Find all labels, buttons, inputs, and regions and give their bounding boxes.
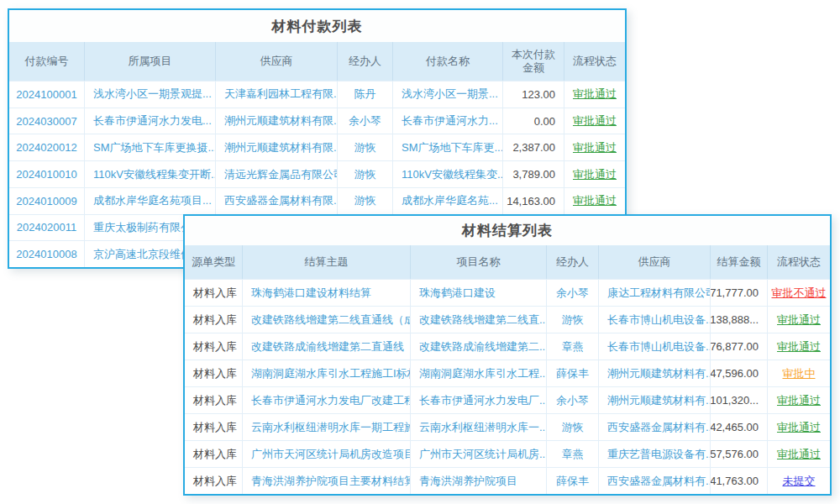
source-type: 材料入库: [185, 387, 243, 413]
handler-link[interactable]: 章燕: [547, 333, 599, 360]
settlement-subject-link[interactable]: 长春市伊通河水力发电厂改建工程...: [243, 387, 411, 413]
settlement-subject-link[interactable]: 云南水利枢纽潜明水库一期工程施...: [243, 414, 411, 440]
handler-link[interactable]: 薛保丰: [547, 360, 599, 386]
amount-value: 71,777.00: [711, 280, 768, 306]
supplier-link[interactable]: 重庆艺普电源设备有...: [599, 441, 711, 467]
settlement-subject-link[interactable]: 湖南洞庭湖水库引水工程施工I标材...: [243, 360, 411, 386]
project-name-link[interactable]: 改建铁路线增建第二线直...: [411, 307, 547, 333]
handler-link[interactable]: 薛保丰: [547, 468, 599, 494]
column-header-project: 所属项目: [85, 42, 216, 81]
project-link[interactable]: 成都水岸华庭名苑项目...: [85, 188, 216, 214]
table-row: 材料入库 湖南洞庭湖水库引水工程施工I标材... 湖南洞庭湖水库引水工程... …: [185, 360, 830, 386]
supplier-link[interactable]: 天津嘉利园林工程有限...: [216, 81, 338, 108]
supplier-link[interactable]: 西安盛器金属材料有限...: [216, 188, 338, 214]
payment-name-link[interactable]: 浅水湾小区一期景...: [393, 81, 503, 108]
column-header-handler: 经办人: [338, 42, 393, 81]
handler-link[interactable]: 游恢: [547, 307, 599, 333]
supplier-link[interactable]: 潮州元顺建筑材料有...: [599, 387, 711, 413]
settlement-subject-link[interactable]: 广州市天河区统计局机房改造项目...: [243, 441, 411, 467]
payment-id-link[interactable]: 2024020011: [9, 215, 85, 241]
project-name-link[interactable]: 广州市天河区统计局机房...: [411, 441, 547, 467]
status-link[interactable]: 审批通过: [573, 167, 617, 182]
amount-value: 41,763.00: [711, 468, 768, 494]
supplier-link[interactable]: 潮州元顺建筑材料有...: [599, 360, 711, 386]
handler-link[interactable]: 游恢: [338, 161, 393, 187]
status-link[interactable]: 审批通过: [777, 393, 821, 408]
payment-list-header-row: 付款编号 所属项目 供应商 经办人 付款名称 本次付款金额 流程状态: [9, 42, 625, 81]
settlement-subject-link[interactable]: 珠海鹤港口建设材料结算: [243, 280, 411, 306]
source-type: 材料入库: [185, 360, 243, 386]
payment-id-link[interactable]: 2024100001: [9, 81, 85, 108]
status-link[interactable]: 审批通过: [777, 339, 821, 354]
settlement-subject-link[interactable]: 青海洪湖养护院项目主要材料结算: [243, 468, 411, 494]
project-link[interactable]: 浅水湾小区一期景观提...: [85, 81, 216, 108]
project-link[interactable]: SM广场地下车库更换摄...: [85, 134, 216, 160]
handler-link[interactable]: 章燕: [547, 441, 599, 467]
project-name-link[interactable]: 珠海鹤港口建设: [411, 280, 547, 306]
table-row: 2024030007 长春市伊通河水力发电... 潮州元顺建筑材料有限... 余…: [9, 108, 625, 134]
project-name-link[interactable]: 云南水利枢纽潜明水库一...: [411, 414, 547, 440]
project-name-link[interactable]: 湖南洞庭湖水库引水工程...: [411, 360, 547, 386]
supplier-link[interactable]: 长春市博山机电设备...: [599, 333, 711, 360]
status-link[interactable]: 未提交: [783, 474, 816, 489]
table-row: 材料入库 长春市伊通河水力发电厂改建工程... 长春市伊通河水力发电厂... 余…: [185, 386, 830, 413]
payment-name-link[interactable]: 成都水岸华庭名苑...: [393, 188, 503, 214]
settlement-list-body: 材料入库 珠海鹤港口建设材料结算 珠海鹤港口建设 余小琴 康达工程材料有限公司 …: [185, 279, 830, 494]
status-link[interactable]: 审批通过: [777, 420, 821, 435]
handler-link[interactable]: 游恢: [338, 188, 393, 214]
project-name-link[interactable]: 改建铁路成渝线增建第二...: [411, 333, 547, 360]
payment-id-link[interactable]: 2024010008: [9, 241, 85, 267]
handler-link[interactable]: 余小琴: [547, 387, 599, 413]
status-link[interactable]: 审批通过: [573, 87, 617, 102]
status-cell: 审批通过: [564, 81, 625, 108]
handler-link[interactable]: 游恢: [547, 414, 599, 440]
project-name-link[interactable]: 长春市伊通河水力发电厂...: [411, 387, 547, 413]
supplier-link[interactable]: 康达工程材料有限公司: [599, 280, 711, 306]
amount-value: 76,877.00: [711, 333, 768, 360]
payment-name-link[interactable]: 长春市伊通河水力...: [393, 108, 503, 134]
supplier-link[interactable]: 潮州元顺建筑材料有限...: [216, 134, 338, 160]
handler-link[interactable]: 余小琴: [338, 108, 393, 134]
amount-value: 138,888...: [711, 307, 768, 333]
project-name-link[interactable]: 青海洪湖养护院项目: [411, 468, 547, 494]
project-link[interactable]: 110kV安徽线程集变开断...: [85, 161, 216, 187]
supplier-link[interactable]: 西安盛器金属材料有...: [599, 468, 711, 494]
supplier-link[interactable]: 长春市博山机电设备...: [599, 307, 711, 333]
column-header-payment-id: 付款编号: [9, 42, 85, 81]
status-link[interactable]: 审批通过: [777, 312, 821, 328]
supplier-link[interactable]: 潮州元顺建筑材料有限...: [216, 108, 338, 134]
payment-id-link[interactable]: 2024010010: [9, 161, 85, 187]
source-type: 材料入库: [185, 468, 243, 494]
status-link[interactable]: 审批不通过: [772, 286, 827, 301]
table-row: 材料入库 改建铁路线增建第二线直通线（成... 改建铁路线增建第二线直... 游…: [185, 306, 830, 333]
project-link[interactable]: 长春市伊通河水力发电...: [85, 108, 216, 134]
table-row: 2024010010 110kV安徽线程集变开断... 清远光辉金属品有限公司 …: [9, 160, 625, 187]
handler-link[interactable]: 余小琴: [547, 280, 599, 306]
amount-value: 47,596.00: [711, 360, 768, 386]
handler-link[interactable]: 陈丹: [338, 81, 393, 108]
status-link[interactable]: 审批通过: [777, 447, 821, 462]
payment-id-link[interactable]: 2024010009: [9, 188, 85, 214]
supplier-link[interactable]: 清远光辉金属品有限公司: [216, 161, 338, 187]
payment-id-link[interactable]: 2024030007: [9, 108, 85, 134]
payment-id-link[interactable]: 2024020012: [9, 134, 85, 160]
settlement-subject-link[interactable]: 改建铁路成渝线增建第二直通线（...: [243, 333, 411, 360]
status-cell: 审批通过: [768, 441, 830, 467]
status-cell: 未提交: [768, 468, 830, 494]
amount-value: 123.00: [503, 81, 564, 108]
table-row: 2024010009 成都水岸华庭名苑项目... 西安盛器金属材料有限... 游…: [9, 187, 625, 214]
column-header-supplier: 供应商: [216, 42, 338, 81]
status-link[interactable]: 审批通过: [573, 140, 617, 155]
table-row: 2024100001 浅水湾小区一期景观提... 天津嘉利园林工程有限... 陈…: [9, 81, 625, 108]
handler-link[interactable]: 游恢: [338, 134, 393, 160]
settlement-subject-link[interactable]: 改建铁路线增建第二线直通线（成...: [243, 307, 411, 333]
status-link[interactable]: 审批通过: [573, 113, 617, 129]
amount-value: 101,320...: [711, 387, 768, 413]
status-link[interactable]: 审批中: [783, 366, 816, 381]
payment-name-link[interactable]: SM广场地下车库更...: [393, 134, 503, 160]
payment-name-link[interactable]: 110kV安徽线程集变...: [393, 161, 503, 187]
settlement-list-header-row: 源单类型 结算主题 项目名称 经办人 供应商 结算金额 流程状态: [185, 245, 830, 279]
status-link[interactable]: 审批通过: [573, 193, 617, 208]
supplier-link[interactable]: 西安盛器金属材料有...: [599, 414, 711, 440]
column-header-status: 流程状态: [564, 42, 625, 81]
